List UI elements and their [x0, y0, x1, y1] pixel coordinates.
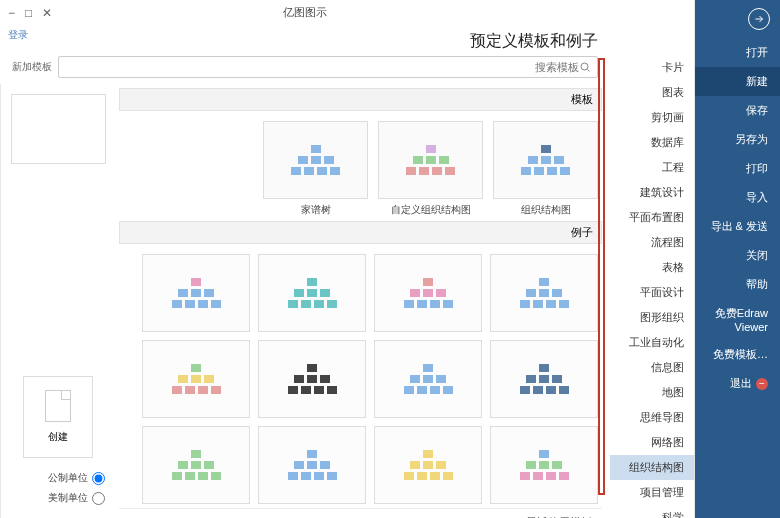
example-thumb-7[interactable] [142, 340, 250, 418]
sidebar-item-5[interactable]: 导入 [695, 183, 780, 212]
create-button[interactable]: 创建 [23, 376, 93, 458]
app-sidebar: 打开新建保存另存为打印导入导出 & 发送关闭帮助免费Edraw Viewer免费… [695, 0, 780, 518]
category-item-11[interactable]: 工业自动化 [610, 330, 694, 355]
titlebar: 亿图图示 ✕ □ − [0, 0, 610, 25]
sidebar-exit-label: 退出 [730, 376, 752, 391]
search-icon [579, 61, 591, 73]
recent-templates-link[interactable]: 最近使用模板 [119, 508, 602, 518]
sidebar-item-4[interactable]: 打印 [695, 154, 780, 183]
template-label: 自定义组织结构图 [391, 203, 471, 217]
exit-icon: − [756, 378, 768, 390]
main-area: 亿图图示 ✕ □ − 登录 预定义模板和例子 新加模板 模板 组织结构图自定义组… [0, 0, 610, 518]
sidebar-item-6[interactable]: 导出 & 发送 [695, 212, 780, 241]
category-item-4[interactable]: 工程 [610, 155, 694, 180]
sidebar-item-7[interactable]: 关闭 [695, 241, 780, 270]
example-thumb-8[interactable] [490, 426, 598, 504]
create-label: 创建 [48, 430, 68, 444]
category-item-3[interactable]: 数据库 [610, 130, 694, 155]
example-thumb-5[interactable] [374, 340, 482, 418]
login-link[interactable]: 登录 [8, 28, 28, 42]
close-icon[interactable]: ✕ [42, 6, 52, 20]
category-item-5[interactable]: 建筑设计 [610, 180, 694, 205]
maximize-icon[interactable]: □ [25, 6, 32, 20]
sidebar-item-8[interactable]: 帮助 [695, 270, 780, 299]
category-item-1[interactable]: 图表 [610, 80, 694, 105]
category-item-9[interactable]: 平面设计 [610, 280, 694, 305]
category-item-15[interactable]: 网络图 [610, 430, 694, 455]
template-thumb [493, 121, 598, 199]
examples-header: 例子 [119, 221, 602, 244]
template-thumb [263, 121, 368, 199]
sidebar-item-2[interactable]: 保存 [695, 96, 780, 125]
example-thumb-2[interactable] [258, 254, 366, 332]
example-thumb-6[interactable] [258, 340, 366, 418]
preview-panel: 创建 公制单位 美制单位 [0, 84, 115, 518]
example-thumb-3[interactable] [142, 254, 250, 332]
template-thumb [378, 121, 483, 199]
templates-header: 模板 [119, 88, 602, 111]
category-item-14[interactable]: 思维导图 [610, 405, 694, 430]
category-item-7[interactable]: 流程图 [610, 230, 694, 255]
unit-us[interactable]: 美制单位 [7, 488, 109, 508]
template-card-1[interactable]: 自定义组织结构图 [378, 121, 483, 217]
app-title: 亿图图示 [283, 5, 327, 20]
back-arrow-icon[interactable] [748, 8, 770, 30]
category-item-16[interactable]: 组织结构图 [610, 455, 694, 480]
category-column: 卡片图表剪切画数据库工程建筑设计平面布置图流程图表格平面设计图形组织工业自动化信… [610, 0, 695, 518]
page-title: 预定义模板和例子 [470, 32, 598, 49]
template-label: 组织结构图 [521, 203, 571, 217]
example-thumb-11[interactable] [142, 426, 250, 504]
sidebar-item-9[interactable]: 免费Edraw Viewer [695, 299, 780, 340]
template-card-2[interactable]: 家谱树 [263, 121, 368, 217]
unit-group: 公制单位 美制单位 [7, 468, 109, 508]
sidebar-item-3[interactable]: 另存为 [695, 125, 780, 154]
category-item-8[interactable]: 表格 [610, 255, 694, 280]
category-item-6[interactable]: 平面布置图 [610, 205, 694, 230]
category-item-2[interactable]: 剪切画 [610, 105, 694, 130]
unit-metric[interactable]: 公制单位 [7, 468, 109, 488]
document-icon [45, 390, 71, 422]
category-item-10[interactable]: 图形组织 [610, 305, 694, 330]
sidebar-item-1[interactable]: 新建 [695, 67, 780, 96]
newtemplate-label: 新加模板 [12, 60, 52, 74]
example-thumb-4[interactable] [490, 340, 598, 418]
category-item-0[interactable]: 卡片 [610, 55, 694, 80]
minimize-icon[interactable]: − [8, 6, 15, 20]
template-scroll[interactable]: 模板 组织结构图自定义组织结构图家谱树 例子 最近使用模板 [115, 84, 610, 518]
category-item-17[interactable]: 项目管理 [610, 480, 694, 505]
example-thumb-10[interactable] [258, 426, 366, 504]
example-thumb-0[interactable] [490, 254, 598, 332]
window-controls: ✕ □ − [8, 6, 52, 20]
search-box[interactable] [58, 56, 598, 78]
template-label: 家谱树 [301, 203, 331, 217]
svg-point-0 [581, 63, 588, 70]
category-item-18[interactable]: 科学 [610, 505, 694, 518]
search-input[interactable] [65, 61, 579, 73]
example-thumb-9[interactable] [374, 426, 482, 504]
template-card-0[interactable]: 组织结构图 [493, 121, 598, 217]
example-thumb-1[interactable] [374, 254, 482, 332]
category-item-12[interactable]: 信息图 [610, 355, 694, 380]
category-item-13[interactable]: 地图 [610, 380, 694, 405]
sidebar-item-10[interactable]: 免费模板… [695, 340, 780, 369]
sidebar-item-exit[interactable]: 退出 − [695, 369, 780, 398]
preview-thumbnail [11, 94, 106, 164]
sidebar-item-0[interactable]: 打开 [695, 38, 780, 67]
